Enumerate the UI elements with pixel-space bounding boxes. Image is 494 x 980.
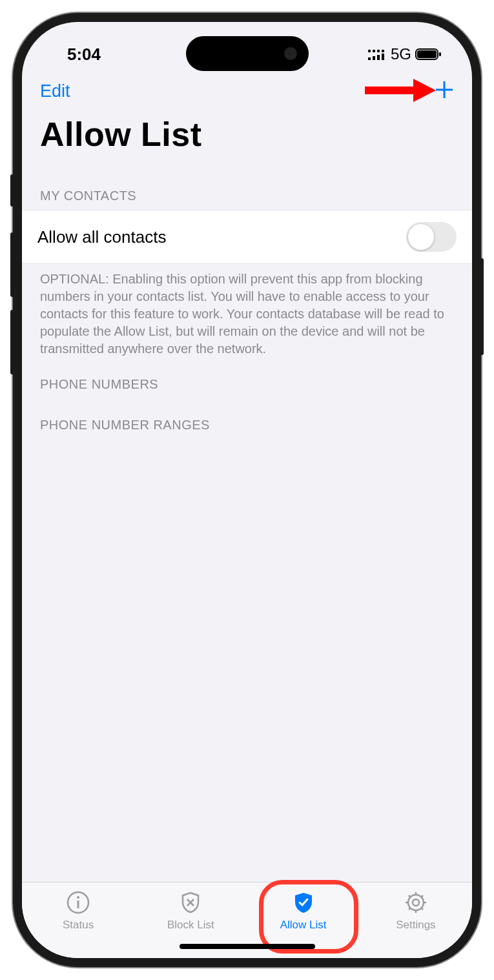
svg-rect-5: [373, 56, 375, 60]
tab-settings[interactable]: Settings: [360, 889, 472, 932]
tab-label: Settings: [396, 919, 435, 932]
allow-all-contacts-row[interactable]: Allow all contacts: [22, 210, 472, 264]
side-button: [480, 258, 484, 355]
svg-line-26: [409, 895, 411, 897]
dynamic-island: [186, 36, 309, 71]
cell-signal-icon: [367, 48, 387, 61]
content-scroll[interactable]: MY CONTACTS Allow all contacts OPTIONAL:…: [22, 169, 472, 882]
gear-icon: [404, 889, 428, 916]
svg-rect-10: [439, 52, 441, 56]
svg-rect-7: [382, 54, 384, 60]
status-right: 5G: [367, 45, 442, 63]
svg-rect-9: [417, 50, 437, 58]
section-header-ranges: PHONE NUMBER RANGES: [22, 398, 472, 439]
svg-marker-12: [413, 79, 436, 102]
tab-bar: Status Block List: [22, 882, 472, 958]
tab-label: Allow List: [280, 919, 327, 932]
svg-point-21: [413, 899, 419, 906]
plus-icon: [435, 80, 454, 99]
screen: 5:04 5G: [22, 22, 472, 958]
info-icon: [66, 889, 90, 916]
svg-point-3: [382, 50, 384, 52]
allow-all-contacts-label: Allow all contacts: [37, 227, 166, 247]
side-button: [10, 232, 14, 297]
svg-point-1: [373, 50, 375, 52]
shield-x-icon: [178, 889, 203, 916]
edit-button[interactable]: Edit: [40, 81, 70, 101]
svg-line-29: [421, 895, 423, 897]
side-button: [10, 310, 14, 374]
section-header-contacts: MY CONTACTS: [22, 169, 472, 210]
svg-rect-17: [77, 901, 79, 908]
status-time: 5:04: [67, 45, 101, 65]
tab-label: Status: [63, 919, 94, 932]
network-type: 5G: [391, 45, 411, 63]
tab-allow-list[interactable]: Allow List: [247, 889, 360, 932]
battery-icon: [415, 48, 442, 61]
phone-frame: 5:04 5G: [13, 13, 481, 967]
side-button: [10, 174, 14, 207]
svg-line-28: [409, 908, 411, 910]
home-indicator[interactable]: [180, 944, 315, 949]
shield-check-icon: [291, 889, 316, 916]
svg-point-0: [368, 50, 371, 52]
add-button[interactable]: [435, 79, 454, 103]
tab-label: Block List: [167, 919, 214, 932]
annotation-arrow-icon: [365, 77, 436, 106]
section-header-numbers: PHONE NUMBERS: [22, 358, 472, 398]
svg-rect-4: [368, 57, 371, 60]
tab-block-list[interactable]: Block List: [134, 889, 247, 932]
svg-rect-6: [377, 55, 380, 60]
allow-all-contacts-toggle[interactable]: [406, 222, 457, 252]
svg-point-16: [77, 896, 79, 899]
svg-point-2: [377, 50, 380, 52]
svg-line-27: [421, 908, 423, 910]
section-footer-contacts: OPTIONAL: Enabling this option will prev…: [22, 264, 472, 358]
tab-status[interactable]: Status: [22, 889, 134, 932]
nav-bar: Edit: [22, 74, 472, 110]
page-title: Allow List: [22, 110, 472, 169]
